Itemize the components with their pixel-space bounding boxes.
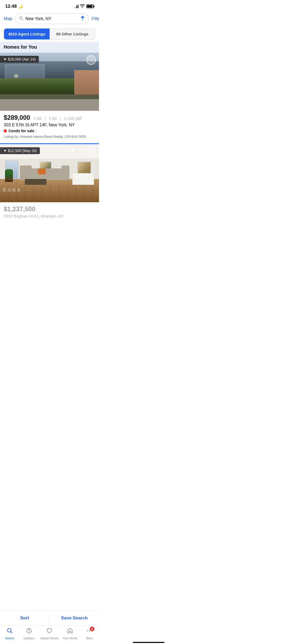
price-drop-badge-2: ▼ $12,500 (May 26) xyxy=(0,147,40,154)
status-time: 12:48 xyxy=(5,4,17,9)
battery-icon xyxy=(86,4,94,8)
location-icon xyxy=(80,16,85,22)
listing-type-line-1: Condo for sale | Listing by: Howard Hann… xyxy=(4,129,95,139)
svg-marker-2 xyxy=(81,16,85,20)
listing-address-2: 2252 Brigham St #1, Brooklyn, NY xyxy=(0,214,99,221)
favorite-button-2[interactable]: ♡ xyxy=(86,147,96,156)
search-icon xyxy=(19,16,23,21)
filter-button[interactable]: Filter 2 xyxy=(92,16,99,22)
listing-price-2: $1,237,500 xyxy=(4,205,35,213)
listing-image-1: ▼ $16,000 (Apr 14) ♡ xyxy=(0,53,99,111)
listing-type-1: Condo for sale xyxy=(8,129,34,133)
signal-icon xyxy=(74,4,78,8)
listing-agent-1: Listing by: Howard Hanna Rand Realty, 20… xyxy=(4,135,86,139)
svg-line-1 xyxy=(22,19,23,20)
search-bar[interactable] xyxy=(15,13,89,24)
section-header: Homes for You xyxy=(0,42,99,53)
listing-image-2: RANA ▼ $12,500 (May 26) ♡ xyxy=(0,144,99,202)
listing-info-1: $289,000 1 bd | 2 ba | 1,100 sqft 303 E … xyxy=(0,111,99,142)
listing-tabs: 4010 Agent Listings 99 Other Listings xyxy=(4,28,95,40)
listing-price-line-1: $289,000 1 bd | 2 ba | 1,100 sqft xyxy=(4,114,95,121)
status-icons xyxy=(74,4,94,9)
listing-card-2[interactable]: RANA ▼ $12,500 (May 26) ♡ $1,237,500 225… xyxy=(0,144,99,221)
wifi-icon xyxy=(80,4,85,9)
favorite-button-1[interactable]: ♡ xyxy=(86,55,96,65)
header: Map Filter 2 xyxy=(0,11,99,26)
moon-icon: 🌙 xyxy=(18,4,23,8)
map-button[interactable]: Map xyxy=(4,16,12,21)
filter-label: Filter xyxy=(92,16,99,21)
listing-specs-1: 1 bd | 2 ba | 1,100 sqft xyxy=(33,116,83,121)
agent-listings-tab[interactable]: 4010 Agent Listings xyxy=(4,29,50,39)
listing-info-2-partial: $1,237,500 xyxy=(0,202,99,214)
other-listings-tab[interactable]: 99 Other Listings xyxy=(50,29,95,39)
scroll-content: Homes for You xyxy=(0,42,99,262)
price-drop-badge-1: ▼ $16,000 (Apr 14) xyxy=(0,56,39,63)
listing-price-1: $289,000 xyxy=(4,114,30,121)
status-dot-1 xyxy=(4,129,7,132)
listing-address-1: 303 E 57th St APT 14F, New York, NY xyxy=(4,123,95,127)
listing-card-1[interactable]: ▼ $16,000 (Apr 14) ♡ $289,000 1 bd | 2 b… xyxy=(0,53,99,142)
status-bar: 12:48 🌙 xyxy=(0,0,99,11)
search-input[interactable] xyxy=(25,16,78,21)
